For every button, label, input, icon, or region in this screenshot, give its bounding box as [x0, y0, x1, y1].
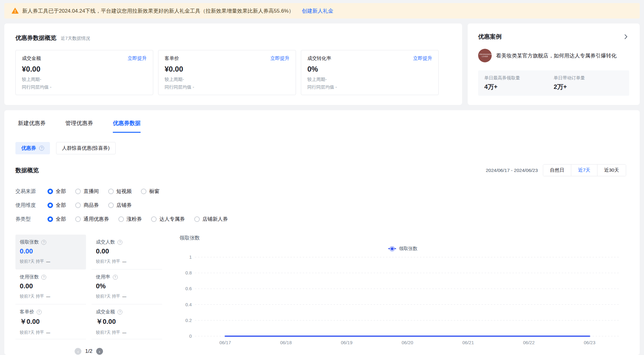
subtab-coupon[interactable]: 优惠券 ?	[15, 142, 50, 154]
pager-next-button[interactable]: ›	[96, 348, 103, 355]
svg-text:0.4: 0.4	[185, 302, 192, 307]
subtab-surprise-coupon[interactable]: 人群惊喜优惠(惊喜券)	[56, 142, 116, 154]
metric-compare-line: 较上周期-	[307, 77, 432, 82]
radio-label: 商品券	[84, 202, 99, 209]
coupon-data-card: 新建优惠券 管理优惠券 优惠券数据 优惠券 ? 人群惊喜优惠(惊喜券) 数据概览…	[4, 110, 640, 355]
pager-prev-button[interactable]: ‹	[75, 348, 81, 355]
pager-page-indicator: 1/2	[85, 348, 92, 354]
segment-natural-day[interactable]: 自然日	[543, 165, 571, 176]
help-icon[interactable]: ?	[37, 310, 42, 315]
tab-coupon-data[interactable]: 优惠券数据	[113, 119, 141, 133]
svg-text:06/19: 06/19	[341, 340, 353, 345]
metric-cell-label: 成交人数	[96, 239, 115, 245]
filter-usage-dimension: 使用维度 全部 商品券 店铺券	[15, 198, 626, 212]
help-icon[interactable]: ?	[117, 310, 122, 315]
radio-type-talent-exclusive-coupon[interactable]: 达人专属券	[151, 216, 185, 223]
radio-label: 店铺券	[117, 202, 132, 209]
warning-icon	[12, 7, 18, 14]
metric-cell-value: 0.00	[20, 247, 82, 255]
filter-label: 使用维度	[15, 202, 47, 209]
radio-source-all[interactable]: 全部	[47, 188, 66, 195]
radio-type-shop-newcomer-coupon[interactable]: 店铺新人券	[194, 216, 228, 223]
top-row: 优惠券数据概览 近7天数据情况 成交金额 立即提升 ¥0.00 较上周期- 同行…	[4, 23, 640, 105]
radio-type-general-coupon[interactable]: 通用优惠券	[75, 216, 109, 223]
metric-cell-trend: 较前7天 持平	[20, 259, 44, 264]
radio-dimension-product-coupon[interactable]: 商品券	[75, 202, 99, 209]
radio-label: 达人专属券	[159, 216, 185, 223]
radio-dimension-all[interactable]: 全部	[47, 202, 66, 209]
tab-manage-coupon[interactable]: 管理优惠券	[65, 119, 93, 133]
banner-text: 新人券工具已于2024.04.24下线，平台建议您用拉新效果更好的新人礼金工具（…	[22, 7, 294, 15]
radio-icon	[47, 216, 53, 222]
svg-text:0.6: 0.6	[185, 286, 192, 291]
help-icon[interactable]: ?	[41, 240, 46, 245]
metric-value: 0%	[307, 65, 432, 73]
filter-label: 券类型	[15, 216, 47, 223]
date-range-segment: 自然日 近7天 近30天	[543, 164, 626, 176]
chart-legend[interactable]: 领取张数	[179, 246, 626, 252]
flat-trend-icon: —	[122, 294, 126, 299]
help-icon[interactable]: ?	[117, 240, 122, 245]
improve-now-link[interactable]: 立即提升	[270, 55, 289, 62]
radio-source-live[interactable]: 直播间	[75, 188, 99, 195]
metric-cell-label: 使用张数	[20, 274, 39, 280]
overview-metric-cards: 成交金额 立即提升 ¥0.00 较上周期- 同行同层均值 - 客单价 立即提升 …	[15, 50, 451, 95]
metric-cell-claimed-count[interactable]: 领取张数? 0.00 较前7天 持平—	[15, 235, 86, 269]
metric-cell-usage-rate[interactable]: 使用率? 0% 较前7天 持平—	[92, 269, 162, 304]
segment-last-7-days[interactable]: 近7天	[571, 165, 597, 176]
radio-type-fans-coupon[interactable]: 涨粉券	[118, 216, 142, 223]
flat-trend-icon: —	[46, 294, 50, 299]
metric-cell-value: 0%	[96, 282, 158, 290]
line-chart[interactable]: 00.20.40.60.8106/1706/1806/1906/2006/210…	[179, 253, 626, 347]
svg-text:06/20: 06/20	[402, 340, 413, 345]
date-range[interactable]: 2024/06/17 - 2024/06/23	[486, 168, 538, 173]
metric-cell-deal-users[interactable]: 成交人数? 0.00 较前7天 持平—	[92, 235, 162, 269]
metrics-pager: ‹ 1/2 ›	[15, 348, 162, 355]
metric-cell-deal-amount[interactable]: 成交金额? ￥0.00 较前7天 持平—	[92, 304, 162, 339]
metric-peer-line: 同行同层均值 -	[22, 84, 147, 90]
radio-source-short-video[interactable]: 短视频	[108, 188, 132, 195]
help-icon[interactable]: ?	[113, 275, 118, 280]
case-body[interactable]: PROFESSIONAL LOVER 看美妆类某官方旗舰店，如何用达人专属券引爆…	[478, 49, 629, 62]
metric-cell-trend: 较前7天 持平	[96, 259, 120, 264]
svg-text:06/22: 06/22	[523, 340, 535, 345]
svg-text:0.8: 0.8	[185, 270, 192, 275]
data-content-row: 领取张数? 0.00 较前7天 持平— 成交人数? 0.00 较前7天 持平— …	[15, 235, 626, 355]
metric-cell-used-count[interactable]: 使用张数? 0.00 较前7天 持平—	[15, 269, 86, 304]
case-title: 优惠案例	[478, 33, 502, 41]
help-icon[interactable]: ?	[41, 275, 46, 280]
subtab-coupon-label: 优惠券	[21, 145, 36, 152]
metric-label: 成交转化率	[307, 55, 331, 62]
metric-cell-avg-order-value[interactable]: 客单价? ￥0.00 较前7天 持平—	[15, 304, 86, 339]
radio-dimension-shop-coupon[interactable]: 店铺券	[108, 202, 132, 209]
metric-cell-value: 0.00	[96, 247, 158, 255]
metric-card-deal-amount: 成交金额 立即提升 ¥0.00 较上周期- 同行同层均值 -	[15, 50, 153, 95]
chevron-right-icon[interactable]	[622, 33, 629, 40]
improve-now-link[interactable]: 立即提升	[413, 55, 432, 62]
radio-icon	[47, 203, 53, 208]
page: 新人券工具已于2024.04.24下线，平台建议您用拉新效果更好的新人礼金工具（…	[0, 0, 644, 355]
data-overview-header: 数据概览 2024/06/17 - 2024/06/23 自然日 近7天 近30…	[15, 164, 626, 176]
radio-icon	[75, 216, 81, 222]
legend-label: 领取张数	[399, 246, 417, 252]
improve-now-link[interactable]: 立即提升	[128, 55, 147, 62]
radio-icon	[108, 189, 114, 194]
subtab-surprise-label: 人群惊喜优惠(惊喜券)	[62, 145, 110, 152]
radio-source-showcase[interactable]: 橱窗	[141, 188, 159, 195]
create-newcomer-gift-link[interactable]: 创建新人礼金	[302, 7, 333, 15]
radio-icon	[108, 203, 114, 208]
segment-last-30-days[interactable]: 近30天	[597, 165, 626, 176]
metric-cell-trend: 较前7天 持平	[96, 330, 120, 335]
case-stat-claims: 单日最高券领取量 4万+	[484, 75, 554, 91]
metric-peer-line: 同行同层均值 -	[165, 84, 289, 90]
radio-type-all[interactable]: 全部	[47, 216, 66, 223]
case-stats: 单日最高券领取量 4万+ 单日带动订单量 2万+	[478, 70, 629, 96]
svg-text:0: 0	[189, 333, 192, 339]
radio-label: 直播间	[84, 188, 99, 195]
help-icon[interactable]: ?	[39, 146, 44, 151]
metric-peer-line: 同行同层均值 -	[307, 84, 432, 90]
tab-create-coupon[interactable]: 新建优惠券	[18, 119, 46, 133]
radio-label: 橱窗	[149, 188, 159, 195]
legend-line-icon	[388, 248, 396, 249]
case-description: 看美妆类某官方旗舰店，如何用达人专属券引爆转化	[496, 52, 617, 59]
